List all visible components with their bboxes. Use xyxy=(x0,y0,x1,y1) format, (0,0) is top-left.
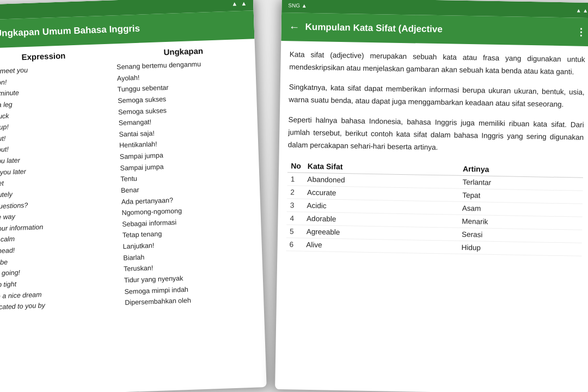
expression-column: Expression Nice to meet youCome on!Wait … xyxy=(0,49,122,313)
table-cell: 4 xyxy=(286,211,303,225)
right-phone: SNG ▲ ▲ ▲ ← Kumpulan Kata Sifat (Adjecti… xyxy=(275,0,588,392)
wifi-icon: ▲ xyxy=(231,0,237,7)
table-cell: 6 xyxy=(286,237,303,251)
table-cell: 2 xyxy=(287,185,304,199)
table-cell: Hidup xyxy=(458,241,581,256)
right-status-left: SNG ▲ xyxy=(288,2,307,9)
left-status-icons: ▲ ▲ xyxy=(231,0,247,7)
right-status-right: ▲ ▲ xyxy=(576,7,588,13)
expression-table: Expression Nice to meet youCome on!Wait … xyxy=(0,45,259,314)
left-title: Ungkapan Umum Bahasa Inggris xyxy=(0,20,247,39)
expression-items: Nice to meet youCome on!Wait a minuteBre… xyxy=(0,62,120,314)
table-cell: 1 xyxy=(287,172,304,186)
table-cell: 5 xyxy=(286,224,303,238)
signal-text: SNG ▲ xyxy=(288,2,307,9)
right-back-arrow[interactable]: ← xyxy=(289,21,299,33)
adjective-tbody: 1AbandonedTerlantar2AccurateTepat3Acidic… xyxy=(286,172,583,255)
ungkapan-column: Ungkapan Senang bertemu denganmuAyolah!T… xyxy=(113,45,259,309)
adjective-table: No Kata Sifat Artinya 1AbandonedTerlanta… xyxy=(286,159,583,256)
col-header-no: No xyxy=(287,159,304,173)
para2: Singkatnya, kata sifat dapat memberikan … xyxy=(289,81,585,111)
right-content: Kata sifat (adjective) merupakan sebuah … xyxy=(275,41,588,392)
left-content: Expression Nice to meet youCome on!Wait … xyxy=(0,39,267,392)
table-cell: 3 xyxy=(287,198,304,212)
para1: Kata sifat (adjective) merupakan sebuah … xyxy=(289,48,585,78)
signal-icon: ▲ xyxy=(241,0,247,7)
ungkapan-items: Senang bertemu denganmuAyolah!Tunggu seb… xyxy=(117,57,260,309)
right-title: Kumpulan Kata Sifat (Adjective xyxy=(305,22,571,38)
left-phone: ▲ ▲ ← Ungkapan Umum Bahasa Inggris Expre… xyxy=(0,0,267,392)
battery-icon: ▲ ▲ xyxy=(576,7,588,13)
ungkapan-header: Ungkapan xyxy=(116,45,250,59)
para3: Seperti halnya bahasa Indonesia, bahasa … xyxy=(288,114,584,156)
right-menu-icon[interactable]: ⋮ xyxy=(576,26,586,38)
expression-header: Expression xyxy=(0,50,111,64)
table-cell: Alive xyxy=(303,238,458,254)
